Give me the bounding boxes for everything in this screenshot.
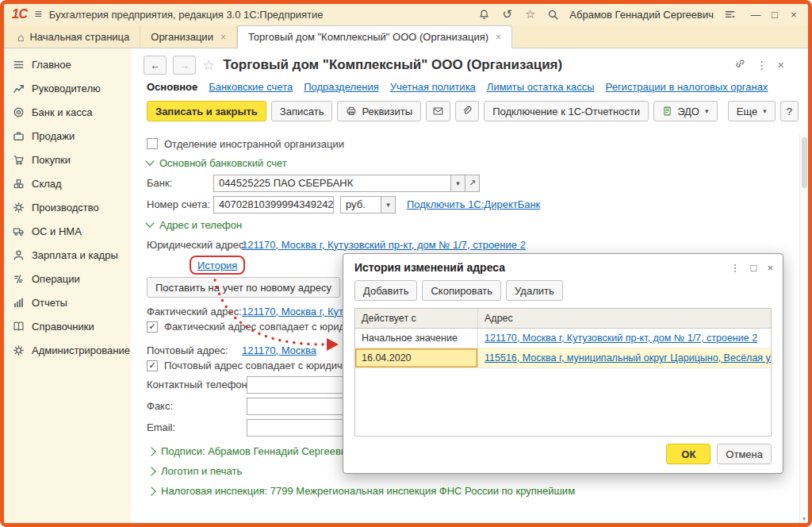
add-button[interactable]: Добавить [354, 280, 417, 301]
dialog-maximize-icon[interactable]: □ [751, 262, 757, 274]
debit-credit-icon [13, 273, 25, 285]
dialog-more-icon[interactable]: ⋮ [730, 262, 741, 274]
history-icon[interactable]: ↺ [500, 8, 514, 21]
column-header-date[interactable]: Действует с [355, 309, 478, 328]
current-user[interactable]: Абрамов Геннадий Сергеевич [569, 9, 714, 21]
postal-same-checkbox[interactable]: ✓ [147, 360, 158, 371]
row-address-link[interactable]: 115516, Москва г, муниципальный округ Ца… [485, 352, 771, 364]
sidebar-item-reports[interactable]: Отчеты [4, 290, 131, 314]
help-button[interactable]: ? [780, 101, 799, 121]
requisites-button[interactable]: Реквизиты [337, 101, 421, 121]
nav-cash-limits[interactable]: Лимиты остатка кассы [487, 81, 595, 93]
sidebar-item-manager[interactable]: Руководителю [4, 76, 131, 100]
reregister-button[interactable]: Поставить на учет по новому адресу [147, 277, 340, 298]
sidebar-item-fixed-assets[interactable]: ОС и НМА [4, 219, 131, 243]
coin-icon [13, 106, 25, 118]
edo-button[interactable]: ЭДО ▾ [653, 101, 717, 121]
maximize-button[interactable]: □ [767, 9, 783, 21]
tax-office-section-header[interactable]: Налоговая инспекция: 7799 Межрегиональна… [147, 485, 575, 497]
more-button[interactable]: Еще ▾ [728, 101, 776, 121]
sidebar-item-sales[interactable]: Продажи [4, 124, 131, 148]
sidebar-item-main[interactable]: Главное [4, 52, 131, 76]
scrollbar-down-icon[interactable]: ▾ [800, 515, 808, 522]
row-address-link[interactable]: 121170, Москва г, Кутузовский пр-кт, дом… [485, 333, 757, 344]
close-window-button[interactable]: × [786, 9, 802, 21]
nav-accounting-policy[interactable]: Учетная политика [390, 81, 476, 93]
currency-dropdown-button[interactable]: ▾ [381, 196, 396, 213]
ok-button[interactable]: ОК [666, 444, 710, 464]
address-section-header[interactable]: Адрес и телефон [147, 219, 242, 231]
back-button[interactable]: ← [144, 56, 167, 75]
sidebar-item-references[interactable]: Справочники [4, 314, 131, 338]
row-date-selected[interactable]: 16.04.2020 [355, 348, 478, 367]
column-header-address[interactable]: Адрес [478, 309, 771, 328]
send-email-button[interactable] [426, 101, 450, 121]
save-and-close-button[interactable]: Записать и закрыть [147, 101, 266, 121]
tab-close-icon[interactable]: × [496, 32, 501, 43]
bank-dropdown-button[interactable]: ▾ [451, 175, 465, 192]
actual-same-checkbox[interactable]: ✓ [147, 321, 158, 333]
bank-section-header[interactable]: Основной банковский счет [147, 157, 287, 169]
sidebar-item-production[interactable]: Производство [4, 195, 131, 219]
directbank-link[interactable]: Подключить 1С:ДиректБанк [407, 198, 540, 210]
service-menu-icon[interactable] [723, 8, 737, 21]
account-label: Номер счета: [147, 198, 213, 210]
currency-select[interactable]: руб. [340, 196, 381, 213]
nav-tax-registrations[interactable]: Регистрации в налоговых органах [606, 81, 768, 93]
chevron-right-icon [147, 447, 155, 456]
delete-label: Удалить [515, 285, 554, 297]
tab-close-icon[interactable]: × [220, 32, 226, 43]
attachments-button[interactable] [455, 101, 479, 121]
sidebar-item-purchases[interactable]: Покупки [4, 148, 131, 171]
scrollbar-thumb[interactable] [802, 137, 807, 188]
more-actions-icon[interactable]: ⋮ [756, 59, 768, 71]
nav-main[interactable]: Основное [147, 81, 197, 93]
row-date[interactable]: Начальное значение [355, 329, 478, 348]
nav-bank-accounts[interactable]: Банковские счета [209, 81, 293, 93]
row-address-cell[interactable]: 121170, Москва г, Кутузовский пр-кт, дом… [478, 329, 771, 348]
tab-organizations[interactable]: Организации × [140, 26, 237, 48]
row-address-cell[interactable]: 115516, Москва г, муниципальный округ Ца… [478, 348, 771, 367]
forward-button[interactable]: → [173, 56, 196, 75]
postal-address-link[interactable]: 121170, Москва [242, 344, 316, 356]
save-button[interactable]: Записать [271, 101, 333, 121]
bank-row: Банк: 044525225 ПАО СБЕРБАНК ▾ ↗ [131, 172, 808, 194]
minimize-button[interactable]: — [748, 9, 764, 21]
delete-button[interactable]: Удалить [506, 280, 563, 301]
connect-1c-reporting-button[interactable]: Подключение к 1С-Отчетности [484, 101, 649, 121]
main-menu-icon[interactable]: ≡ [34, 7, 41, 21]
sidebar-item-bank-cash[interactable]: Банк и касса [4, 100, 131, 124]
tab-home[interactable]: ⌂ Начальная страница [7, 26, 140, 48]
copy-button[interactable]: Скопировать [422, 280, 501, 301]
sidebar-item-warehouse[interactable]: Склад [4, 171, 131, 195]
nav-departments[interactable]: Подразделения [304, 81, 379, 93]
favorites-star-icon[interactable]: ☆ [523, 8, 537, 21]
dialog-close-icon[interactable]: × [767, 262, 773, 274]
cancel-label: Отмена [726, 448, 763, 460]
table-row-selected[interactable]: 16.04.2020 115516, Москва г, муниципальн… [355, 348, 771, 368]
boxes-icon [13, 178, 25, 190]
tab-organization-form[interactable]: Торговый дом "Комплексный" ООО (Организа… [237, 25, 512, 48]
sidebar-label: Руководителю [32, 83, 101, 94]
vertical-scrollbar[interactable]: ▾ [799, 134, 808, 524]
sidebar-label: ОС и НМА [32, 225, 82, 237]
sidebar-item-payroll-hr[interactable]: Зарплата и кадры [4, 243, 131, 267]
logo-stamp-section-header[interactable]: Логотип и печать [147, 465, 242, 477]
sidebar-label: Банк и касса [32, 106, 93, 118]
get-link-icon[interactable] [734, 58, 746, 72]
legal-address-link[interactable]: 121170, Москва г, Кутузовский пр-кт, дом… [242, 239, 526, 251]
close-form-icon[interactable]: × [778, 59, 784, 71]
history-link[interactable]: История [197, 260, 237, 271]
bank-open-button[interactable]: ↗ [465, 175, 480, 192]
account-input[interactable]: 40702810399994349242 [213, 196, 334, 213]
notifications-bell-icon[interactable] [477, 8, 491, 21]
table-row[interactable]: Начальное значение 121170, Москва г, Кут… [355, 329, 771, 348]
search-icon[interactable] [546, 8, 560, 21]
body: Главное Руководителю Банк и касса Продаж… [4, 48, 808, 524]
bank-input[interactable]: 044525225 ПАО СБЕРБАНК [213, 175, 451, 192]
sidebar-item-operations[interactable]: Операции [4, 267, 131, 290]
favorite-star-icon[interactable]: ☆ [202, 56, 215, 74]
cancel-button[interactable]: Отмена [717, 444, 772, 464]
foreign-branch-checkbox[interactable] [147, 138, 158, 149]
sidebar-item-administration[interactable]: Администрирование [4, 338, 131, 362]
